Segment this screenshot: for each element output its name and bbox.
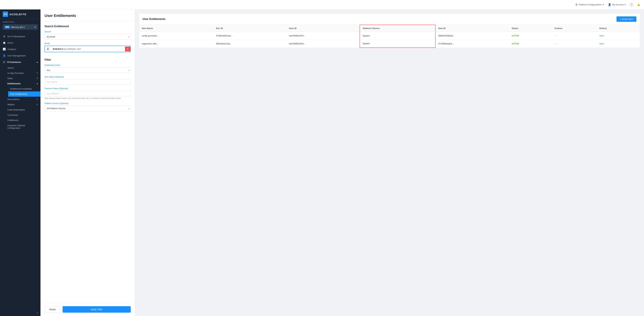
- sidebar-item-fulfillments[interactable]: Fulfillments: [6, 118, 40, 123]
- user-icon: 👤: [608, 3, 611, 6]
- cell-user-id: 0a476d9187b4...: [286, 32, 360, 40]
- col-ent-id: Ent. ID: [213, 25, 286, 32]
- help-icon: ?: [630, 3, 633, 7]
- sidebar-item-payment-callback[interactable]: Payment Callback Configuration: [6, 123, 40, 131]
- sidebar-item-stores[interactable]: Stores: [6, 65, 40, 70]
- gear-icon: ⚙: [575, 3, 578, 6]
- col-item-id: Item ID: [435, 25, 509, 32]
- entitlement-class-select[interactable]: ALL DURABLE CONSUMABLE: [44, 67, 131, 73]
- logo-icon: AS: [3, 12, 8, 17]
- col-user-id: User ID: [286, 25, 360, 32]
- entitlements-table: Item Name Ent. ID User ID Platform Sourc…: [139, 25, 640, 48]
- entitlement-class-label: Entitlement Class: [44, 64, 131, 66]
- sidebar: AS ACCELBYTE NAMESPACE MQ Mercury QA-1 ▾…: [0, 10, 40, 316]
- content-area: User Entitlements Search Entitlement Sea…: [40, 10, 644, 316]
- table-row: regression-afte... 559c4b1e11fa... 0a476…: [139, 40, 640, 48]
- help-button[interactable]: ?: [630, 3, 633, 7]
- logo: AS ACCELBYTE: [0, 10, 40, 19]
- features-name-label: Features Name (Optional): [44, 87, 131, 90]
- topbar: ⚙ Platform Configurations ▾ 👤 My Account…: [0, 0, 644, 10]
- goto-namespace-icon: ⊕: [3, 35, 6, 38]
- search-type-select[interactable]: by Email by User ID: [44, 34, 131, 40]
- namespace-section: NAMESPACE MQ Mercury QA-1 ▾: [0, 19, 40, 32]
- sidebar-item-label: Wallets: [8, 103, 14, 106]
- sidebar-item-label: Stores: [8, 67, 14, 69]
- sidebar-item-revocations[interactable]: Revocations ▾: [6, 97, 40, 102]
- email-value: ■■■■■@accelbyte.net: [51, 46, 125, 52]
- cell-history[interactable]: View: [596, 32, 640, 40]
- analytics-icon: 📊: [3, 48, 6, 51]
- chevron-up-icon: ▴: [37, 82, 38, 85]
- sidebar-item-user-management[interactable]: 👤 User Management: [0, 52, 40, 59]
- cell-item-id: 689d15934816...: [435, 32, 509, 40]
- platform-config-button[interactable]: ⚙ Platform Configurations ▾: [575, 3, 604, 6]
- email-label: Email: [44, 42, 131, 45]
- cell-ent-id: 470d23a921a9...: [213, 32, 286, 40]
- col-platform-source: Platform Source: [360, 25, 436, 32]
- sidebar-item-goto-namespace[interactable]: ⊕ Go to Namespace: [0, 33, 40, 40]
- search-label: Search: [44, 31, 131, 33]
- sidebar-item-sales[interactable]: Sales ▾: [6, 76, 40, 81]
- left-panel: User Entitlements Search Entitlement Sea…: [40, 10, 135, 316]
- table-header: User Entitlements + Grant Item: [139, 14, 640, 25]
- filter-section: Filter Entitlement Class ALL DURABLE CON…: [40, 58, 135, 117]
- sidebar-item-label: Entitlement Availability: [10, 88, 32, 90]
- chevron-down-icon: ▾: [37, 98, 38, 100]
- cell-user-id: 0a476d9187b4...: [286, 40, 360, 48]
- apply-filter-button[interactable]: Apply Filter: [62, 306, 131, 313]
- col-item-name: Item Name: [139, 25, 213, 32]
- chevron-down-icon: ▾: [37, 103, 38, 106]
- sidebar-item-ecommerce[interactable]: 🛒 E-Commerce ▴: [0, 59, 40, 65]
- sidebar-item-label: Code Redemption: [8, 108, 25, 111]
- item-name-label: Item Name (Optional): [44, 76, 131, 78]
- sidebar-item-label: Home: [8, 42, 13, 44]
- search-section-title: Search Entitlement: [44, 25, 131, 28]
- sidebar-item-entitlements[interactable]: Entitlements ▴: [6, 81, 40, 86]
- sidebar-collapse-button[interactable]: «: [0, 309, 40, 316]
- table-title: User Entitlements: [142, 18, 166, 21]
- cell-actions[interactable]: ···: [552, 32, 596, 40]
- features-hint-text: After typing a feature name, you must pr…: [44, 97, 131, 99]
- ecommerce-icon: 🛒: [3, 61, 6, 64]
- platform-source-select[interactable]: All Platform Source System Steam Epic: [44, 106, 131, 111]
- sidebar-item-label: Fulfillments: [8, 119, 18, 121]
- sidebar-item-code-redemption[interactable]: Code Redemption: [6, 107, 40, 112]
- sidebar-item-currencies[interactable]: Currencies: [6, 112, 40, 118]
- cell-status: ACTIVE: [509, 40, 552, 48]
- entitlement-class-select-wrapper: ALL DURABLE CONSUMABLE ▾: [44, 67, 131, 73]
- grant-item-button[interactable]: + Grant Item: [616, 16, 636, 22]
- cell-history[interactable]: View: [596, 40, 640, 48]
- cell-actions[interactable]: ···: [552, 40, 596, 48]
- namespace-label: NAMESPACE: [3, 21, 38, 23]
- email-clear-button[interactable]: ✕: [125, 47, 130, 51]
- sidebar-item-user-entitlements[interactable]: User Entitlements: [8, 91, 40, 97]
- item-name-input[interactable]: [44, 79, 131, 85]
- svg-point-0: [48, 48, 48, 49]
- chevron-down-icon: ▾: [37, 72, 38, 74]
- chevron-up-icon: ▴: [37, 61, 38, 63]
- sidebar-item-analytics[interactable]: 📊 Analytics: [0, 46, 40, 52]
- sidebar-item-label: User Entitlements: [10, 93, 28, 95]
- sidebar-item-entitlement-availability[interactable]: Entitlement Availability: [8, 86, 40, 91]
- sidebar-item-label: E-Commerce: [8, 61, 21, 63]
- sidebar-item-label: Revocations: [8, 98, 20, 101]
- sidebar-item-home[interactable]: 🏠 Home: [0, 40, 40, 46]
- chevron-down-icon: ▾: [37, 77, 38, 79]
- sidebar-item-wallets[interactable]: Wallets ▾: [6, 102, 40, 107]
- reset-button[interactable]: Reset: [44, 306, 60, 313]
- sidebar-item-label: Analytics: [8, 48, 16, 51]
- col-history: History: [596, 25, 640, 32]
- namespace-selector[interactable]: MQ Mercury QA-1 ▾: [3, 24, 38, 30]
- table-row: verify-purchase... 470d23a921a9... 0a476…: [139, 32, 640, 40]
- notification-button[interactable]: 🔔: [637, 3, 640, 6]
- page-title: User Entitlements: [40, 10, 135, 22]
- col-actions: Actions: [552, 25, 596, 32]
- cell-item-name: regression-afte...: [139, 40, 213, 48]
- sidebar-item-in-app-purchase[interactable]: In-App Purchase ▾: [6, 70, 40, 76]
- features-name-input[interactable]: [44, 91, 131, 96]
- my-account-button[interactable]: 👤 My Account ▾: [608, 3, 626, 6]
- home-icon: 🏠: [3, 41, 6, 44]
- sidebar-item-label: Go to Namespace: [8, 35, 25, 38]
- cell-status: ACTIVE: [509, 32, 552, 40]
- right-panel: User Entitlements + Grant Item Item Name…: [135, 10, 644, 316]
